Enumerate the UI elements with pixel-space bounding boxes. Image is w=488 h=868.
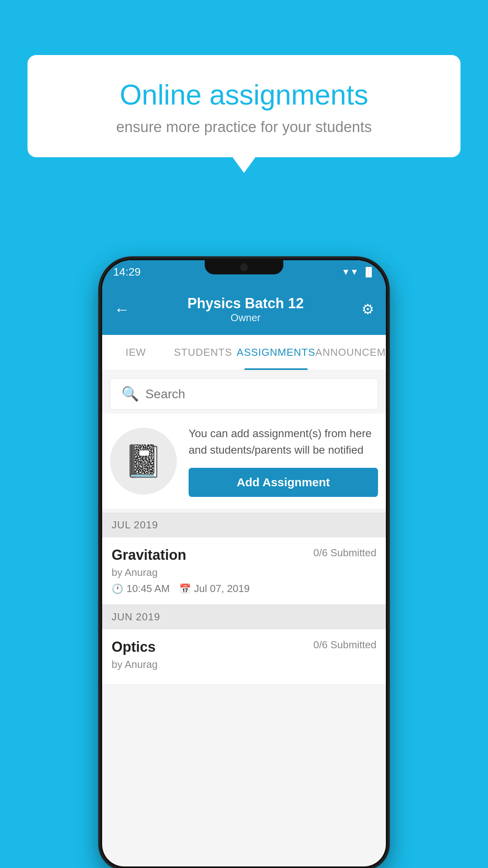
settings-icon[interactable]: ⚙ [361,301,374,318]
month-separator-jul: JUL 2019 [102,513,386,537]
assignment-info-text: You can add assignment(s) from here and … [189,425,378,458]
wifi-icon: ▼▼ [341,267,359,277]
assignment-info: You can add assignment(s) from here and … [189,425,378,497]
phone-camera [240,263,248,271]
assignment-name-gravitation: Gravitation [112,547,186,563]
assignment-time-row: 🕐 10:45 AM 📅 Jul 07, 2019 [112,583,376,595]
speech-bubble-subtitle: ensure more practice for your students [55,119,433,136]
speech-bubble-container: Online assignments ensure more practice … [28,55,460,157]
clock-icon: 🕐 [112,583,123,594]
phone-frame: 14:29 ▼▼ ▐▌ ← Physics Batch 12 Owner ⚙ I… [101,259,387,868]
tab-iew[interactable]: IEW [102,335,169,370]
search-bar[interactable]: 🔍 [110,378,378,410]
header-subtitle: Owner [187,312,304,324]
phone-screen: 14:29 ▼▼ ▐▌ ← Physics Batch 12 Owner ⚙ I… [102,260,386,866]
search-icon: 🔍 [121,386,139,402]
tab-students[interactable]: STUDENTS [169,335,237,370]
search-input[interactable] [145,387,367,401]
calendar-icon: 📅 [179,583,191,594]
tab-bar: IEW STUDENTS ASSIGNMENTS ANNOUNCEM [102,335,386,370]
month-separator-jun: JUN 2019 [102,605,386,629]
back-button[interactable]: ← [114,301,130,318]
tab-announcements[interactable]: ANNOUNCEM [316,335,386,370]
assignment-date-value: Jul 07, 2019 [194,583,250,595]
add-assignment-section: 📓 You can add assignment(s) from here an… [102,414,386,509]
assignment-item-optics[interactable]: Optics 0/6 Submitted by Anurag [102,629,386,684]
assignment-submitted-gravitation: 0/6 Submitted [314,547,376,559]
assignment-submitted-optics: 0/6 Submitted [314,639,376,651]
assignment-row1: Gravitation 0/6 Submitted [112,547,376,563]
app-header: ← Physics Batch 12 Owner ⚙ [102,284,386,335]
speech-bubble-title: Online assignments [55,79,433,111]
header-title: Physics Batch 12 [187,295,304,312]
add-assignment-button[interactable]: Add Assignment [189,468,378,497]
assignment-time: 🕐 10:45 AM [112,583,170,595]
assignment-by-gravitation: by Anurag [112,566,376,579]
tab-assignments[interactable]: ASSIGNMENTS [237,335,315,370]
assignment-time-value: 10:45 AM [127,583,170,595]
header-center: Physics Batch 12 Owner [187,295,304,324]
assignment-item-gravitation[interactable]: Gravitation 0/6 Submitted by Anurag 🕐 10… [102,537,386,605]
status-time: 14:29 [113,266,141,278]
assignment-row1-optics: Optics 0/6 Submitted [112,639,376,655]
assignment-name-optics: Optics [112,639,156,655]
battery-icon: ▐▌ [363,267,375,277]
assignment-by-optics: by Anurag [112,658,376,671]
notebook-icon: 📓 [124,443,163,480]
assignment-date: 📅 Jul 07, 2019 [179,583,250,595]
assignment-icon-circle: 📓 [110,428,177,495]
status-icons: ▼▼ ▐▌ [341,267,375,277]
speech-bubble: Online assignments ensure more practice … [28,55,460,157]
